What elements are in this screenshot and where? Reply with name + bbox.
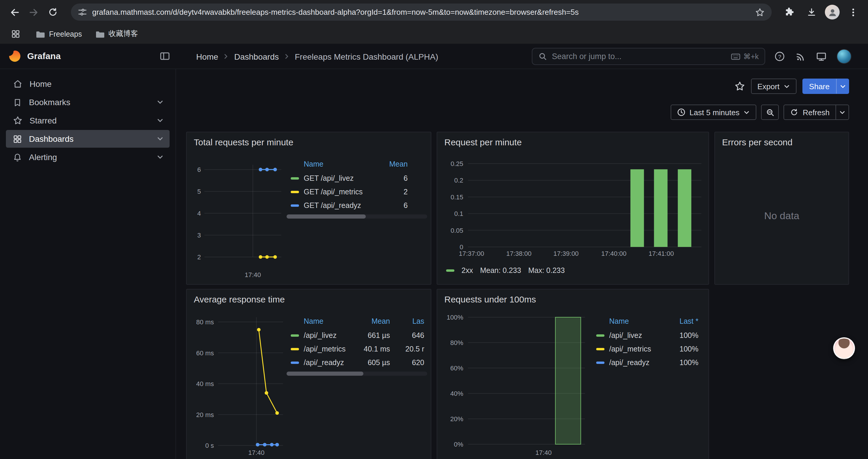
series-name[interactable]: 2xx [462,266,473,275]
bookmark-folder-blogs[interactable]: 收藏博客 [95,29,138,39]
clock-icon [677,108,685,117]
legend-header-name[interactable]: Name [304,160,373,168]
browser-menu-icon[interactable] [844,3,862,21]
folder-icon [35,29,45,39]
series-max-stat: Max: 0.233 [528,266,565,275]
screen: grafana.mathmast.com/d/deytv4rwavabkb/fr… [0,0,868,459]
site-settings-icon[interactable] [78,8,87,17]
reload-button[interactable] [44,3,61,21]
legend-header-mean[interactable]: Mean [356,317,390,326]
chevron-down-icon[interactable] [157,99,164,106]
legend-scrollbar[interactable] [286,215,427,219]
panel-title[interactable]: Average response time [194,294,285,304]
panel-title[interactable]: Total requests per minute [194,137,293,147]
series-name[interactable]: /api/_readyz [609,358,666,366]
bookmark-star-icon[interactable] [755,7,765,17]
extensions-icon[interactable] [780,3,798,21]
series-color-dash [596,334,604,336]
legend-scrollbar[interactable] [286,371,427,376]
apps-grid-icon[interactable] [8,27,23,41]
export-button[interactable]: Export [751,78,797,94]
scrollbar-thumb[interactable] [286,215,366,219]
chevron-down-icon[interactable] [157,117,164,124]
series-color-dash [291,204,299,206]
grafana-profile-avatar[interactable] [837,49,851,64]
svg-text:5: 5 [197,188,201,195]
zoom-out-button[interactable] [761,104,779,120]
legend-row[interactable]: /api/_readyz 605 µs 620 [291,356,424,369]
series-name[interactable]: /api/_readyz [304,358,356,366]
legend-row[interactable]: /api/_metrics 100% [596,342,699,356]
request-per-minute-chart[interactable]: 0.250.20.150.10.05017:37:0017:38:0017:39… [437,156,706,262]
svg-text:17:40:00: 17:40:00 [601,250,627,257]
legend-row[interactable]: GET /api/_metrics 2 [291,185,424,198]
help-icon[interactable]: ? [774,51,785,62]
time-range-picker[interactable]: Last 5 minutes [671,104,756,120]
kiosk-monitor-icon[interactable] [816,51,827,62]
legend-header-last[interactable]: Las [397,317,424,326]
panel-title[interactable]: Requests under 100ms [444,294,536,304]
breadcrumb-dashboards[interactable]: Dashboards [234,52,279,61]
sidebar-item-home[interactable]: Home [6,75,169,93]
sidebar-item-alerting[interactable]: Alerting [6,148,169,166]
series-name[interactable]: /api/_metrics [609,345,666,353]
panel-title[interactable]: Errors per second [722,137,793,147]
grafana-logo-icon[interactable] [8,50,21,63]
svg-text:0.05: 0.05 [451,227,463,234]
address-bar[interactable]: grafana.mathmast.com/d/deytv4rwavabkb/fr… [71,4,772,21]
scrollbar-thumb[interactable] [286,371,363,376]
assistant-avatar[interactable] [833,337,855,359]
favorite-star-icon[interactable] [734,81,745,92]
svg-text:17:41:00: 17:41:00 [649,250,674,257]
share-button[interactable]: Share [803,78,836,94]
series-name[interactable]: GET /api/_metrics [304,188,373,196]
forward-button[interactable] [25,3,42,21]
sidebar-item-starred[interactable]: Starred [6,112,169,129]
back-button[interactable] [6,3,24,21]
dashboard-actions: Export Share [734,78,849,94]
search-input[interactable]: Search or jump to... ⌘+k [532,48,765,65]
downloads-icon[interactable] [802,3,820,21]
series-name[interactable]: /api/_livez [304,331,356,339]
legend-row[interactable]: /api/_metrics 40.1 ms 20.5 r [291,342,424,356]
refresh-button[interactable]: Refresh [784,104,836,120]
time-controls: Last 5 minutes Refresh [671,104,849,120]
apps-icon [13,134,22,143]
legend-row[interactable]: GET /api/_readyz 6 [291,198,424,212]
dock-menu-icon[interactable] [159,51,170,61]
bookmark-folder-freeleaps[interactable]: Freeleaps [35,29,82,39]
legend-row[interactable]: /api/_livez 100% [596,328,699,342]
series-name[interactable]: /api/_metrics [304,345,356,353]
panel-title[interactable]: Request per minute [444,137,522,147]
series-name[interactable]: /api/_livez [609,331,666,339]
legend-row[interactable]: /api/_livez 661 µs 646 [291,328,424,342]
legend-dash-spacer [596,320,604,323]
chevron-down-icon[interactable] [157,135,164,142]
share-menu-chevron-icon[interactable] [836,78,849,94]
chevron-down-icon[interactable] [157,154,164,161]
breadcrumb-home[interactable]: Home [196,52,218,61]
sidebar-item-dashboards[interactable]: Dashboards [6,130,169,148]
breadcrumb: Home Dashboards Freeleaps Metrics Dashbo… [196,44,438,69]
legend-header-last[interactable]: Last * [666,317,699,326]
series-name[interactable]: GET /api/_livez [304,174,373,182]
legend-header-name[interactable]: Name [304,317,356,326]
series-name[interactable]: GET /api/_readyz [304,201,373,209]
legend-row[interactable]: /api/_readyz 100% [596,356,699,369]
svg-text:60%: 60% [450,364,463,372]
panel-request-per-minute: Request per minute 0.250.20.150.10.05017… [437,132,709,285]
legend-row[interactable]: GET /api/_livez 6 [291,171,424,185]
refresh-interval-chevron-icon[interactable] [836,104,849,120]
series-mean: 2 [373,188,408,196]
sidebar-item-bookmarks[interactable]: Bookmarks [6,93,169,111]
legend-header-name[interactable]: Name [609,317,666,326]
legend-header-mean[interactable]: Mean [373,160,408,168]
news-rss-icon[interactable] [795,51,806,62]
browser-profile-avatar[interactable] [825,5,840,20]
series-color-dash [291,361,299,364]
svg-text:0.2: 0.2 [454,177,463,184]
series-color-dash [446,269,454,272]
legend-dash-spacer [291,163,299,165]
svg-text:17:37:00: 17:37:00 [459,250,484,257]
svg-text:60 ms: 60 ms [196,350,214,357]
